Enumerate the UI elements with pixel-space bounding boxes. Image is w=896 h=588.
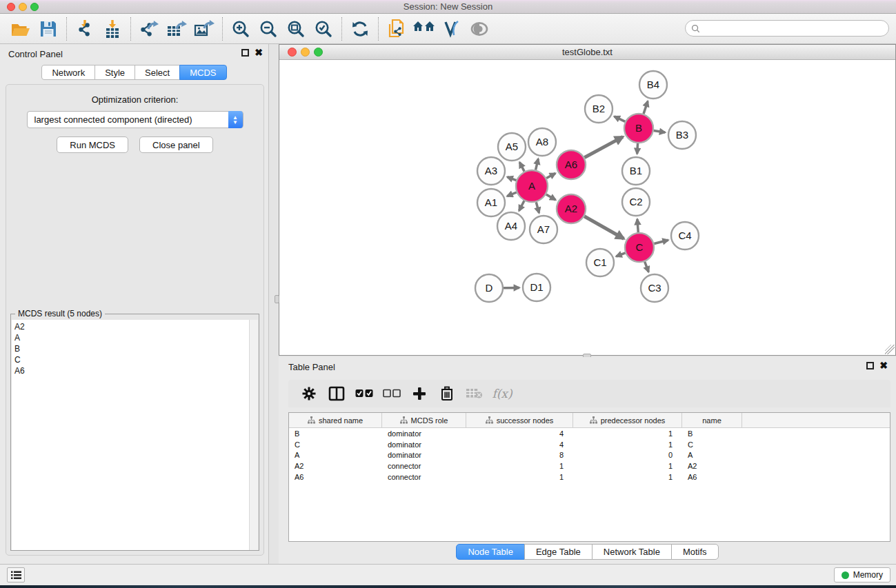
network-canvas[interactable]: AA1A2A3A4A5A6A7A8BB1B2B3B4CC1C2C3C4DD1 xyxy=(279,60,895,355)
column-header-successor-nodes[interactable]: successor nodes xyxy=(466,413,573,427)
result-item[interactable]: A6 xyxy=(14,365,250,376)
edge-A6-B[interactable] xyxy=(584,136,623,157)
tab-mcds[interactable]: MCDS xyxy=(179,65,226,80)
edge-C-C4[interactable] xyxy=(654,240,668,243)
edge-C-C3[interactable] xyxy=(645,262,649,272)
table-row[interactable]: Cdominator41C xyxy=(289,439,890,450)
tab-edge-table[interactable]: Edge Table xyxy=(524,544,593,560)
node-B[interactable]: B xyxy=(624,114,653,143)
add-column-icon[interactable] xyxy=(407,383,432,405)
network-graph[interactable]: AA1A2A3A4A5A6A7A8BB1B2B3B4CC1C2C3C4DD1 xyxy=(279,60,895,355)
delete-column-icon[interactable] xyxy=(435,383,459,405)
table-row[interactable]: Bdominator41B xyxy=(289,428,890,439)
edge-C-C1[interactable] xyxy=(616,253,625,256)
edge-B-B3[interactable] xyxy=(654,130,666,132)
result-scrollbar[interactable] xyxy=(249,320,258,550)
close-panel-icon[interactable]: ✖ xyxy=(255,49,263,57)
tab-select[interactable]: Select xyxy=(135,65,180,80)
edge-A-A6[interactable] xyxy=(546,173,555,178)
close-panel-button[interactable]: Close panel xyxy=(139,136,213,153)
edge-A-A3[interactable] xyxy=(507,177,516,181)
criterion-dropdown[interactable]: largest connected component (directed) ▲… xyxy=(27,111,243,128)
split-columns-icon[interactable] xyxy=(324,383,349,405)
hide-show-icon[interactable] xyxy=(438,17,466,41)
deselect-all-icon[interactable] xyxy=(379,383,404,405)
column-header-predecessor-nodes[interactable]: predecessor nodes xyxy=(573,413,682,427)
zoom-selected-icon[interactable] xyxy=(310,17,337,41)
zoom-out-icon[interactable] xyxy=(255,17,282,41)
node-A6[interactable]: A6 xyxy=(557,150,586,179)
node-D[interactable]: D xyxy=(475,274,503,302)
edge-A2-C[interactable] xyxy=(584,216,624,239)
float-table-panel-icon[interactable] xyxy=(866,362,874,369)
task-history-button[interactable] xyxy=(7,567,25,582)
node-C3[interactable]: C3 xyxy=(641,274,668,302)
node-A3[interactable]: A3 xyxy=(477,157,505,185)
node-D1[interactable]: D1 xyxy=(523,274,550,301)
node-C1[interactable]: C1 xyxy=(586,249,614,276)
edge-A-A8[interactable] xyxy=(536,159,539,170)
edge-A-A2[interactable] xyxy=(546,194,556,200)
result-item[interactable]: A2 xyxy=(14,321,250,332)
node-B4[interactable]: B4 xyxy=(639,71,667,99)
node-C[interactable]: C xyxy=(625,233,654,262)
node-B2[interactable]: B2 xyxy=(585,95,613,123)
home-network-icon[interactable] xyxy=(410,17,438,41)
node-A5[interactable]: A5 xyxy=(498,133,526,161)
column-header-shared-name[interactable]: shared name xyxy=(289,413,382,427)
save-session-icon[interactable] xyxy=(34,17,62,41)
gear-icon[interactable] xyxy=(297,383,321,405)
edge-A-A5[interactable] xyxy=(519,162,524,171)
zoom-in-icon[interactable] xyxy=(227,17,255,41)
result-item[interactable]: B xyxy=(14,343,250,354)
edge-B-B1[interactable] xyxy=(637,143,638,154)
edge-C-C2[interactable] xyxy=(637,219,638,232)
edge-A-A1[interactable] xyxy=(507,192,517,196)
float-panel-icon[interactable] xyxy=(241,49,249,57)
column-header-MCDS-role[interactable]: MCDS role xyxy=(382,413,466,427)
close-table-panel-icon[interactable]: ✖ xyxy=(879,362,888,369)
export-network-icon[interactable] xyxy=(135,17,163,41)
window-resize-grip[interactable] xyxy=(885,345,895,354)
node-B1[interactable]: B1 xyxy=(622,157,650,185)
edge-A-A7[interactable] xyxy=(536,202,539,213)
eye-icon[interactable] xyxy=(466,17,493,41)
node-C4[interactable]: C4 xyxy=(671,222,699,250)
node-A4[interactable]: A4 xyxy=(497,212,525,240)
node-A1[interactable]: A1 xyxy=(477,189,505,216)
result-item[interactable]: A xyxy=(14,332,250,343)
table-row[interactable]: A2connector11A2 xyxy=(289,460,890,472)
run-mcds-button[interactable]: Run MCDS xyxy=(57,136,128,153)
node-A[interactable]: A xyxy=(516,170,548,202)
refresh-icon[interactable] xyxy=(346,17,374,41)
result-item[interactable]: C xyxy=(14,354,250,365)
split-divider-handle-left[interactable] xyxy=(275,295,279,303)
select-all-icon[interactable] xyxy=(352,383,377,405)
tab-style[interactable]: Style xyxy=(94,65,135,80)
open-file-icon[interactable] xyxy=(7,17,34,41)
node-A7[interactable]: A7 xyxy=(530,216,557,243)
edge-B-B4[interactable] xyxy=(644,101,648,114)
table-row[interactable]: A6connector11A6 xyxy=(289,472,890,483)
export-table-icon[interactable] xyxy=(163,17,190,41)
memory-button[interactable]: Memory xyxy=(834,567,890,582)
tab-node-table[interactable]: Node Table xyxy=(456,544,525,560)
edge-B-B2[interactable] xyxy=(615,116,626,122)
tab-network-table[interactable]: Network Table xyxy=(592,544,672,560)
import-table-icon[interactable] xyxy=(99,17,126,41)
copy-network-icon[interactable] xyxy=(383,17,410,41)
tab-motifs[interactable]: Motifs xyxy=(671,544,719,560)
mcds-result-list[interactable]: A2ABCA6 xyxy=(12,320,250,550)
node-A8[interactable]: A8 xyxy=(528,128,556,156)
tab-network[interactable]: Network xyxy=(41,65,95,80)
column-header-name[interactable]: name xyxy=(682,413,742,427)
node-table[interactable]: shared nameMCDS rolesuccessor nodesprede… xyxy=(288,412,890,542)
node-C2[interactable]: C2 xyxy=(622,188,650,216)
node-A2[interactable]: A2 xyxy=(557,194,586,223)
export-image-icon[interactable] xyxy=(190,17,218,41)
network-window-titlebar[interactable]: testGlobe.txt xyxy=(279,45,895,60)
search-input[interactable] xyxy=(703,23,875,33)
table-row[interactable]: Adominator80A xyxy=(289,450,890,461)
search-field[interactable] xyxy=(685,20,889,37)
import-network-icon[interactable] xyxy=(71,17,99,41)
